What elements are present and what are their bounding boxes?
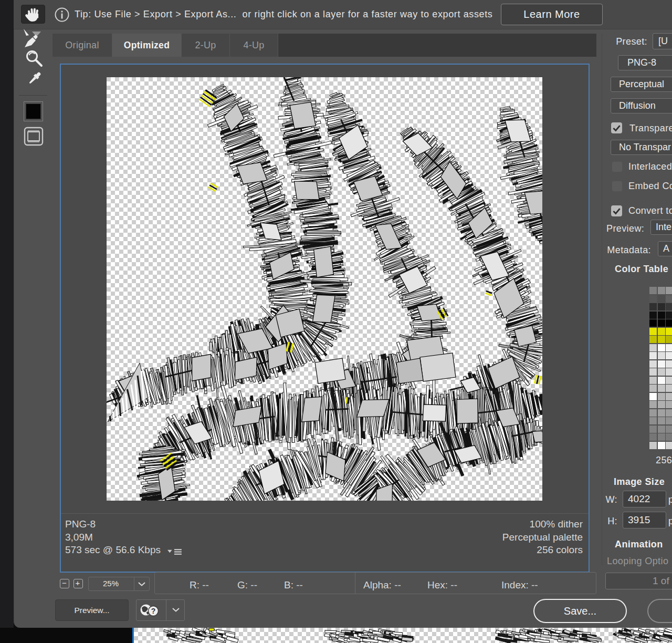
svg-text:?: ? — [151, 607, 156, 615]
